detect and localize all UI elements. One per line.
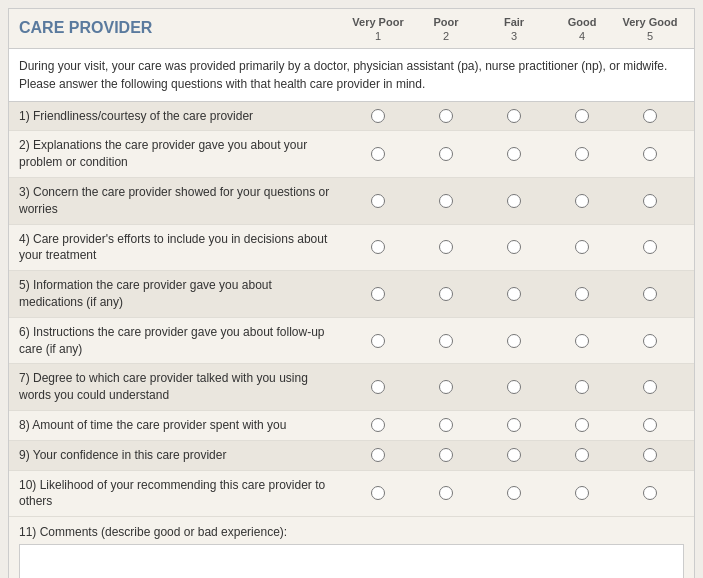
radio-q8-v2[interactable] xyxy=(439,418,453,432)
question-text-2: 2) Explanations the care provider gave y… xyxy=(19,137,344,171)
question-row-10: 10) Likelihood of your recommending this… xyxy=(9,471,694,518)
radio-cell-10-1 xyxy=(344,486,412,500)
radio-q1-v5[interactable] xyxy=(643,109,657,123)
question-row-4: 4) Care provider's efforts to include yo… xyxy=(9,225,694,272)
radio-q6-v1[interactable] xyxy=(371,334,385,348)
radio-q6-v5[interactable] xyxy=(643,334,657,348)
radio-q8-v5[interactable] xyxy=(643,418,657,432)
radio-cell-9-3 xyxy=(480,448,548,462)
rating-header-1: Very Poor 1 xyxy=(344,15,412,44)
radio-q9-v3[interactable] xyxy=(507,448,521,462)
radio-q4-v5[interactable] xyxy=(643,240,657,254)
radio-q7-v4[interactable] xyxy=(575,380,589,394)
radio-q5-v2[interactable] xyxy=(439,287,453,301)
radio-q2-v2[interactable] xyxy=(439,147,453,161)
radio-cell-3-5 xyxy=(616,194,684,208)
radio-cell-10-3 xyxy=(480,486,548,500)
radio-cell-6-1 xyxy=(344,334,412,348)
question-row-3: 3) Concern the care provider showed for … xyxy=(9,178,694,225)
question-row-5: 5) Information the care provider gave yo… xyxy=(9,271,694,318)
radio-q1-v1[interactable] xyxy=(371,109,385,123)
radio-cell-6-3 xyxy=(480,334,548,348)
radio-q7-v1[interactable] xyxy=(371,380,385,394)
radio-group-7 xyxy=(344,380,684,394)
radio-group-1 xyxy=(344,109,684,123)
radio-q5-v3[interactable] xyxy=(507,287,521,301)
radio-cell-2-5 xyxy=(616,147,684,161)
radio-cell-9-2 xyxy=(412,448,480,462)
radio-cell-3-3 xyxy=(480,194,548,208)
radio-q9-v5[interactable] xyxy=(643,448,657,462)
question-row-7: 7) Degree to which care provider talked … xyxy=(9,364,694,411)
radio-q8-v1[interactable] xyxy=(371,418,385,432)
radio-q2-v1[interactable] xyxy=(371,147,385,161)
question-row-1: 1) Friendliness/courtesy of the care pro… xyxy=(9,102,694,132)
radio-q5-v5[interactable] xyxy=(643,287,657,301)
radio-q10-v1[interactable] xyxy=(371,486,385,500)
radio-q6-v2[interactable] xyxy=(439,334,453,348)
radio-q1-v3[interactable] xyxy=(507,109,521,123)
radio-q8-v3[interactable] xyxy=(507,418,521,432)
radio-q4-v4[interactable] xyxy=(575,240,589,254)
radio-q1-v2[interactable] xyxy=(439,109,453,123)
question-row-2: 2) Explanations the care provider gave y… xyxy=(9,131,694,178)
radio-cell-1-5 xyxy=(616,109,684,123)
radio-q4-v1[interactable] xyxy=(371,240,385,254)
radio-group-3 xyxy=(344,194,684,208)
radio-q3-v3[interactable] xyxy=(507,194,521,208)
radio-q3-v2[interactable] xyxy=(439,194,453,208)
radio-q3-v1[interactable] xyxy=(371,194,385,208)
question-text-7: 7) Degree to which care provider talked … xyxy=(19,370,344,404)
question-text-10: 10) Likelihood of your recommending this… xyxy=(19,477,344,511)
radio-q7-v5[interactable] xyxy=(643,380,657,394)
radio-cell-7-3 xyxy=(480,380,548,394)
radio-q7-v3[interactable] xyxy=(507,380,521,394)
radio-q10-v5[interactable] xyxy=(643,486,657,500)
radio-cell-2-2 xyxy=(412,147,480,161)
radio-cell-4-5 xyxy=(616,240,684,254)
radio-cell-1-3 xyxy=(480,109,548,123)
radio-q4-v3[interactable] xyxy=(507,240,521,254)
radio-q4-v2[interactable] xyxy=(439,240,453,254)
radio-q7-v2[interactable] xyxy=(439,380,453,394)
radio-cell-10-4 xyxy=(548,486,616,500)
radio-cell-2-1 xyxy=(344,147,412,161)
radio-cell-1-4 xyxy=(548,109,616,123)
question-text-1: 1) Friendliness/courtesy of the care pro… xyxy=(19,108,344,125)
radio-q2-v3[interactable] xyxy=(507,147,521,161)
survey-header: CARE PROVIDER Very Poor 1 Poor 2 Fair 3 … xyxy=(9,9,694,49)
comments-label: 11) Comments (describe good or bad exper… xyxy=(19,525,684,539)
radio-q5-v4[interactable] xyxy=(575,287,589,301)
radio-cell-8-2 xyxy=(412,418,480,432)
rating-header-5: Very Good 5 xyxy=(616,15,684,44)
radio-q2-v4[interactable] xyxy=(575,147,589,161)
radio-cell-7-2 xyxy=(412,380,480,394)
radio-q2-v5[interactable] xyxy=(643,147,657,161)
radio-q9-v2[interactable] xyxy=(439,448,453,462)
radio-q10-v3[interactable] xyxy=(507,486,521,500)
intro-text: During your visit, your care was provide… xyxy=(9,49,694,102)
radio-cell-6-2 xyxy=(412,334,480,348)
radio-cell-1-1 xyxy=(344,109,412,123)
radio-cell-5-5 xyxy=(616,287,684,301)
radio-q9-v1[interactable] xyxy=(371,448,385,462)
radio-q6-v3[interactable] xyxy=(507,334,521,348)
radio-q3-v5[interactable] xyxy=(643,194,657,208)
radio-q9-v4[interactable] xyxy=(575,448,589,462)
radio-q6-v4[interactable] xyxy=(575,334,589,348)
radio-cell-2-4 xyxy=(548,147,616,161)
radio-q1-v4[interactable] xyxy=(575,109,589,123)
radio-q10-v2[interactable] xyxy=(439,486,453,500)
radio-group-10 xyxy=(344,486,684,500)
radio-cell-7-1 xyxy=(344,380,412,394)
question-row-9: 9) Your confidence in this care provider xyxy=(9,441,694,471)
radio-group-9 xyxy=(344,448,684,462)
radio-q5-v1[interactable] xyxy=(371,287,385,301)
comments-textarea[interactable] xyxy=(19,544,684,578)
radio-q8-v4[interactable] xyxy=(575,418,589,432)
rating-header-4: Good 4 xyxy=(548,15,616,44)
radio-cell-2-3 xyxy=(480,147,548,161)
radio-q3-v4[interactable] xyxy=(575,194,589,208)
radio-q10-v4[interactable] xyxy=(575,486,589,500)
question-text-5: 5) Information the care provider gave yo… xyxy=(19,277,344,311)
